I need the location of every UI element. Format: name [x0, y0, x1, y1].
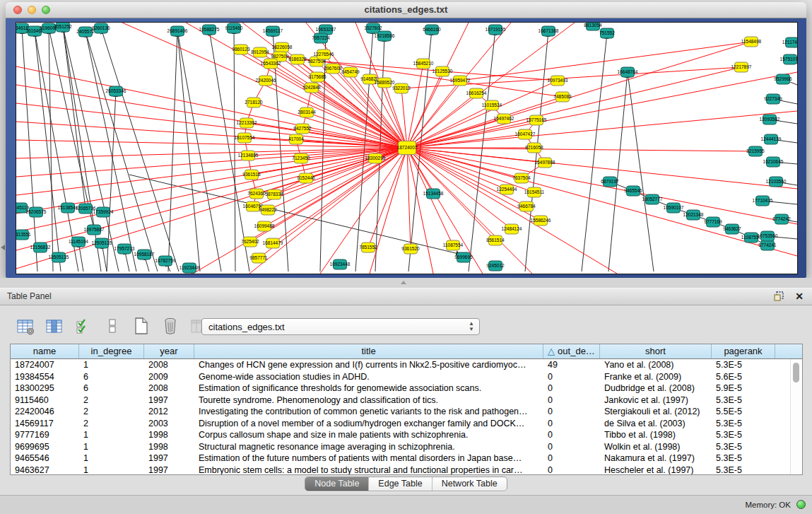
splitter-grip-icon	[401, 281, 406, 284]
table-scrollbar-thumb[interactable]	[793, 363, 799, 382]
graph-node-label: 18107554	[235, 135, 255, 140]
table-row[interactable]: 977716911998Corpus callosum shape and si…	[11, 429, 802, 441]
graph-node-label: 417004	[288, 136, 304, 141]
graph-node-label: 18052777	[642, 197, 663, 201]
memory-status-label: Memory: OK	[745, 501, 791, 509]
combo-arrows-icon: ▲▼	[469, 321, 474, 332]
cell-short: Hescheler et al. (1997)	[600, 465, 712, 476]
cell-year: 2009	[144, 371, 194, 383]
new-column-icon[interactable]	[131, 316, 151, 336]
table-row[interactable]: 911546021997Tourette syndrome. Phenomeno…	[11, 395, 802, 407]
table-row[interactable]: 946554611997Estimation of the future num…	[11, 452, 802, 465]
graph-node-label: 15134458	[423, 191, 444, 196]
table-row[interactable]: 1872400712008Changes of HCN gene express…	[11, 359, 802, 371]
column-header-label: title	[361, 346, 375, 356]
table-row[interactable]: 946362711997Embryonic stem cells: a mode…	[11, 465, 802, 476]
table-settings-icon[interactable]	[16, 316, 35, 336]
table-tabs: Node TableEdge TableNetwork Table	[305, 477, 507, 491]
table-selector[interactable]: citations_edges.txt ▲▼	[201, 318, 480, 335]
graph-node-label: 12217897	[731, 64, 752, 69]
cell-year: 2008	[144, 359, 194, 371]
table-row[interactable]: 2242004622012Investigating the contribut…	[11, 406, 802, 418]
graph-node-label: 18226058	[272, 45, 293, 49]
table-row[interactable]: 1938455462009Genome-wide association stu…	[11, 371, 802, 383]
table-row[interactable]: 969969511998Structural magnetic resonanc…	[11, 441, 802, 453]
graph-node-label: 7957224	[312, 35, 330, 40]
graph-node-label: 7851552	[359, 245, 377, 250]
graph-node-label: 15586246	[531, 218, 551, 223]
graph-node-label: 9361520	[401, 246, 420, 251]
column-header-pagerank[interactable]: pagerank	[712, 344, 775, 358]
graph-node-label: 16814479	[263, 240, 283, 245]
column-header-year[interactable]: year	[144, 344, 194, 358]
graph-node-label: 11548498	[741, 39, 762, 44]
column-header-label: out_de…	[558, 346, 595, 356]
cell-short: Tibbo et al. (1998)	[600, 429, 712, 441]
graph-node-label: 2051252	[54, 24, 72, 29]
graph-node-label: 16648784	[618, 69, 638, 74]
graph-node-label: 8561514	[486, 238, 505, 243]
column-header-label: in_degree	[91, 346, 132, 356]
cell-name: 14569117	[11, 418, 79, 430]
graph-node-label: 8186328	[288, 57, 307, 62]
cell-short: Nakamura et al. (1997)	[600, 452, 712, 465]
float-panel-icon[interactable]	[774, 291, 785, 302]
graph-node-label: 15889520	[375, 80, 395, 85]
cell-short: Jankovic et al. (1997)	[600, 395, 712, 407]
graph-node-label: 10653287	[316, 27, 336, 32]
table-scrollbar[interactable]	[790, 359, 802, 474]
close-panel-icon[interactable]: ✕	[795, 291, 804, 302]
cell-name: 18300295	[11, 382, 79, 395]
tab-edge-table[interactable]: Edge Table	[369, 477, 432, 491]
cell-out-de-: 0	[543, 371, 600, 383]
graph-node-label: 12117445	[782, 40, 798, 45]
tab-network-table[interactable]: Network Table	[433, 477, 507, 491]
graph-node-label: 10719155	[486, 27, 506, 32]
graph-node-label: 15751074	[780, 57, 798, 62]
graph-node-label: 8260136	[92, 25, 110, 30]
column-header-title[interactable]: title	[194, 344, 543, 358]
graph-node-label: 16671388	[539, 28, 559, 33]
cell-year: 2012	[144, 406, 194, 418]
column-header-short[interactable]: short	[600, 344, 712, 358]
graph-node-label: 12444139	[761, 136, 782, 141]
cell-name: 9463627	[11, 465, 79, 476]
graph-node-label: 16154511	[524, 189, 545, 194]
delete-column-icon[interactable]	[160, 316, 180, 336]
graph-node-label: 10923448	[330, 262, 351, 267]
table-panel-titlebar: Table Panel ✕	[0, 288, 812, 305]
graph-node-label: 8215955	[746, 148, 765, 153]
cell-title: Genome-wide association studies in ADHD.	[194, 371, 543, 383]
cell-short: Franke et al. (2009)	[600, 371, 712, 383]
graph-node-label: 9463627	[723, 226, 741, 231]
network-window: citations_edges.txt 98601238912954182260…	[6, 2, 806, 278]
table-row[interactable]: 1830029562008Estimation of significance …	[11, 382, 802, 395]
tab-node-table[interactable]: Node Table	[305, 477, 369, 491]
graph-node-label: 11015524	[482, 103, 502, 107]
graph-node-label: 5878334	[265, 192, 283, 197]
column-header-in-degree[interactable]: in_degree	[79, 344, 144, 358]
cell-pagerank: 5.3E-5	[712, 452, 775, 465]
graph-node-label: 16099488	[254, 223, 275, 228]
cell-in-degree: 6	[79, 371, 144, 383]
graph-node-label: 16782759	[155, 258, 176, 263]
cell-pagerank: 5.5E-5	[712, 406, 775, 418]
column-header-name[interactable]: name	[11, 344, 79, 358]
show-columns-icon[interactable]	[45, 316, 64, 336]
cytoscape-app: citations_edges.txt 98601238912954182260…	[0, 0, 812, 514]
panel-collapse-arrow[interactable]	[1, 245, 5, 250]
graph-node-label: 16047427	[515, 132, 536, 136]
graph-node-label: 15845210	[413, 61, 434, 66]
window-titlebar[interactable]: citations_edges.txt	[6, 2, 806, 18]
graph-node-label: 8427552	[293, 126, 312, 131]
cell-title: Tourette syndrome. Phenomenology and cla…	[194, 395, 543, 407]
select-all-icon[interactable]	[73, 316, 93, 336]
graph-node-label: 10588275	[199, 27, 220, 32]
graph-node-label: 3175685	[308, 74, 326, 79]
panel-splitter[interactable]	[0, 278, 812, 288]
table-row[interactable]: 1456911722003Disruption of a novel membe…	[11, 418, 802, 430]
row-height-icon[interactable]	[102, 316, 122, 336]
network-canvas[interactable]: 9860123891295418226058982750916543362224…	[16, 22, 798, 274]
column-header-out-de-[interactable]: △out_de…	[543, 344, 600, 358]
cell-in-degree: 2	[79, 406, 144, 418]
